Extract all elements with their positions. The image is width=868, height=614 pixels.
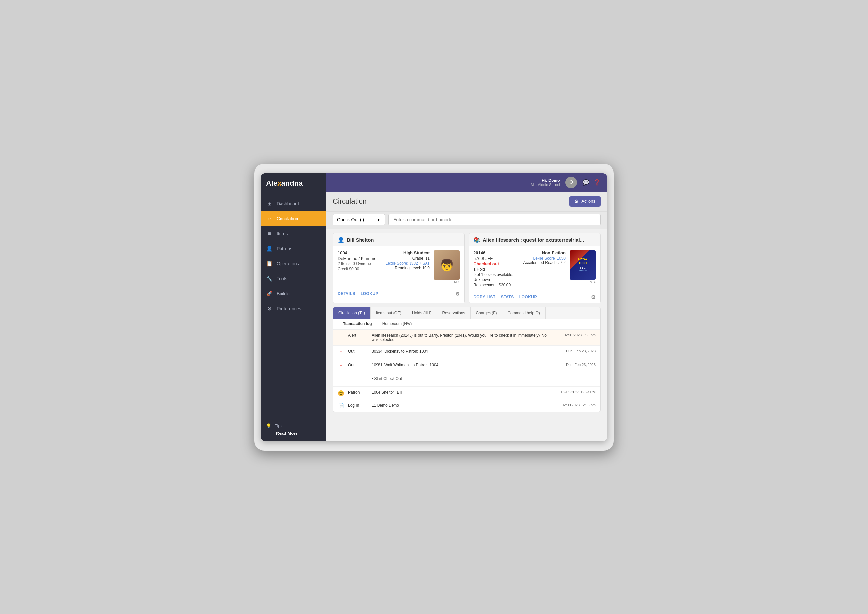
item-copies: 0 of 1 copies available. [474, 272, 520, 277]
transaction-row: Alert Alien lifesearch (20146) is out to… [333, 330, 600, 346]
patron-info: 1004 DeMartino / Plummer 2 Items, 0 Over… [338, 250, 381, 284]
tx-description: 30334 'Dickens', to Patron: 1004 [372, 349, 553, 354]
out-icon: ↑ [340, 363, 343, 369]
sidebar-item-circulation[interactable]: ↔ Circulation [261, 211, 326, 226]
app-logo: Alexandria [261, 173, 326, 194]
read-more-link[interactable]: Read More [266, 431, 321, 436]
help-icon[interactable]: ❓ [593, 179, 601, 186]
sidebar-item-patrons[interactable]: 👤 Patrons [261, 241, 326, 256]
search-bar: Check Out (.) ▼ [326, 211, 607, 229]
item-type-info: Non-Fiction Lexile Score: 1050 Accelerat… [523, 250, 565, 287]
tab-circulation--tl-[interactable]: Circulation (TL) [333, 307, 371, 319]
item-panel-icon: 📚 [474, 237, 480, 243]
transaction-row: ↑ Out 30334 'Dickens', to Patron: 1004 D… [333, 346, 600, 360]
sidebar-item-preferences[interactable]: ⚙ Preferences [261, 301, 326, 316]
item-holds: 1 Hold [474, 267, 520, 271]
user-school: Mia Middle School [531, 183, 560, 187]
transaction-row: 😊 Patron 1004 Shelton, Bill 02/09/2023 1… [333, 387, 600, 400]
transaction-row: ↑ Out 10981 'Walt Whitman', to Patron: 1… [333, 360, 600, 373]
item-lookup-link[interactable]: LOOKUP [519, 295, 537, 299]
tx-type: Out [348, 349, 368, 354]
sidebar-item-builder[interactable]: 🚀 Builder [261, 286, 326, 301]
item-replacement: Replacement: $20.00 [474, 283, 520, 287]
actions-button[interactable]: ⚙ Actions [569, 196, 601, 207]
tx-description: 1004 Shelton, Bill [372, 390, 553, 395]
tab-charges--f-[interactable]: Charges (F) [470, 307, 502, 319]
sub-tab-homeroom-(hw)[interactable]: Homeroom (HW) [377, 319, 417, 329]
patron-panel-body: 1004 DeMartino / Plummer 2 Items, 0 Over… [333, 247, 464, 288]
nav-label: Tools [276, 276, 287, 281]
tab-command-help--?-[interactable]: Command help (?) [502, 307, 545, 319]
patron-name: DeMartino / Plummer [338, 256, 381, 261]
patron-panel-header: 👤 Bill Shelton [333, 233, 464, 247]
patron-items-status: 2 Items, 0 Overdue [338, 262, 381, 266]
nav-icon-circulation: ↔ [266, 216, 273, 222]
patron-panel: 👤 Bill Shelton 1004 DeMartino / Plummer … [333, 233, 465, 303]
patron-panel-title: Bill Shelton [347, 237, 374, 242]
nav-label: Builder [276, 291, 291, 296]
patron-lexile[interactable]: Lexile Score: 1382 + SAT [385, 261, 430, 266]
item-panel: 📚 Alien lifesearch : quest for extraterr… [469, 233, 601, 303]
checkout-select[interactable]: Check Out (.) ▼ [333, 214, 385, 225]
sidebar-item-items[interactable]: ≡ Items [261, 226, 326, 241]
item-call-number: 576.8 JEF [474, 256, 520, 261]
top-bar-icons: 💬 ❓ [582, 179, 601, 186]
patron-reading-level: Reading Level: 10.9 [385, 266, 430, 270]
tips-item[interactable]: 💡 Tips [266, 423, 321, 428]
login-icon: 📄 [339, 403, 344, 408]
patron-gear-icon[interactable]: ⚙ [455, 291, 460, 297]
patron-panel-icon: 👤 [338, 237, 344, 243]
nav-label: Circulation [276, 216, 298, 221]
tx-date: Due: Feb 23, 2023 [556, 349, 596, 353]
nav-label: Dashboard [276, 201, 299, 206]
tab-items-out--qe-[interactable]: Items out (QE) [371, 307, 407, 319]
sidebar-item-tools[interactable]: 🔧 Tools [261, 271, 326, 286]
tx-icon-cell: ↑ [338, 376, 344, 383]
item-status: Checked out [474, 262, 520, 267]
nav-label: Patrons [276, 246, 292, 251]
nav-icon-dashboard: ⊞ [266, 200, 273, 207]
item-gear-icon[interactable]: ⚙ [591, 294, 596, 300]
avatar[interactable]: D [565, 177, 577, 188]
item-lexile[interactable]: Lexile Score: 1050 [523, 256, 565, 260]
main-area: Hi, Demo Mia Middle School D 💬 ❓ Circula… [326, 173, 607, 441]
patron-photo: 👦 [434, 250, 460, 280]
tx-date: 02/09/2023 12:16 pm [556, 403, 596, 407]
chat-icon[interactable]: 💬 [582, 179, 589, 186]
item-stats-link[interactable]: STATS [501, 295, 514, 299]
sidebar-item-dashboard[interactable]: ⊞ Dashboard [261, 196, 326, 211]
patron-icon: 😊 [338, 390, 344, 396]
transaction-row: 📄 Log In 11 Demo Demo 02/09/2023 12:16 p… [333, 400, 600, 412]
nav-label: Operations [276, 261, 299, 267]
tips-label: Tips [275, 423, 283, 428]
top-bar: Hi, Demo Mia Middle School D 💬 ❓ [326, 173, 607, 192]
tx-icon-cell: ↑ [338, 349, 344, 356]
tab-holds--hh-[interactable]: Holds (HH) [407, 307, 437, 319]
page-header: Circulation ⚙ Actions [326, 192, 607, 211]
sidebar-bottom: 💡 Tips Read More [261, 418, 326, 441]
transaction-row: ↑ • Start Check Out [333, 373, 600, 387]
item-panel-title: Alien lifesearch : quest for extraterres… [483, 237, 584, 242]
content-area: 👤 Bill Shelton 1004 DeMartino / Plummer … [326, 229, 607, 441]
barcode-input[interactable] [388, 214, 601, 225]
tx-type: Out [348, 363, 368, 367]
nav-icon-patrons: 👤 [266, 245, 273, 252]
item-ar: Accelerated Reader: 7.2 [523, 260, 565, 265]
actions-label: Actions [581, 199, 595, 204]
tab-reservations[interactable]: Reservations [437, 307, 470, 319]
sidebar-item-operations[interactable]: 📋 Operations [261, 256, 326, 271]
item-panel-body: 20146 576.8 JEF Checked out 1 Hold 0 of … [469, 247, 600, 291]
item-copy-list-link[interactable]: COPY LIST [474, 295, 496, 299]
tx-description: Alien lifesearch (20146) is out to Barry… [372, 333, 553, 342]
patron-details-link[interactable]: DETAILS [338, 291, 355, 296]
item-panel-header: 📚 Alien lifesearch : quest for extraterr… [469, 233, 600, 247]
sub-tab-transaction-log[interactable]: Transaction log [338, 319, 377, 329]
tx-icon-cell: ↑ [338, 363, 344, 369]
sub-tabs-header: Transaction logHomeroom (HW) [333, 319, 600, 330]
nav-label: Preferences [276, 306, 301, 312]
logo-text: Alexandria [266, 179, 321, 188]
nav-label: Items [276, 231, 288, 236]
nav-icon-items: ≡ [266, 231, 273, 237]
patron-lookup-link[interactable]: LOOKUP [360, 291, 378, 296]
item-barcode: 20146 [474, 250, 520, 255]
